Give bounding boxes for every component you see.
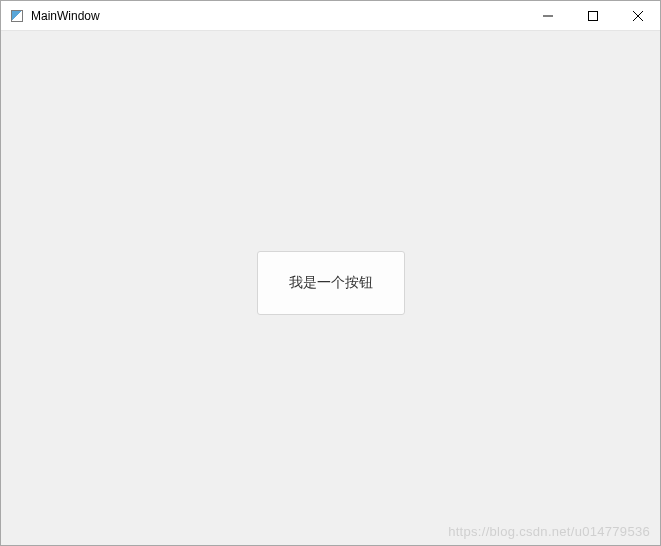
main-window: MainWindow 我是一个按钮 https: [0, 0, 661, 546]
minimize-button[interactable] [525, 1, 570, 30]
window-title: MainWindow [31, 9, 525, 23]
app-icon [9, 8, 25, 24]
main-button[interactable]: 我是一个按钮 [257, 251, 405, 315]
minimize-icon [543, 11, 553, 21]
svg-rect-1 [588, 11, 597, 20]
close-button[interactable] [615, 1, 660, 30]
titlebar: MainWindow [1, 1, 660, 31]
close-icon [633, 11, 643, 21]
main-button-label: 我是一个按钮 [289, 274, 373, 292]
window-controls [525, 1, 660, 30]
client-area: 我是一个按钮 https://blog.csdn.net/u014779536 [1, 31, 660, 545]
maximize-icon [588, 11, 598, 21]
maximize-button[interactable] [570, 1, 615, 30]
watermark-text: https://blog.csdn.net/u014779536 [448, 524, 650, 539]
